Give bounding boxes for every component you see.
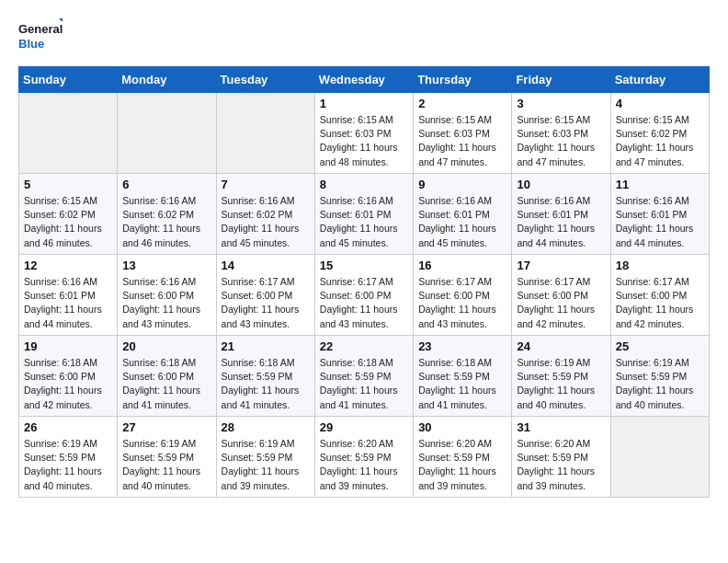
day-info: Sunrise: 6:20 AMSunset: 5:59 PMDaylight:… [517,437,605,493]
calendar-week-4: 19Sunrise: 6:18 AMSunset: 6:00 PMDayligh… [19,336,710,417]
day-number: 4 [616,97,704,110]
day-number: 26 [24,420,112,434]
calendar-cell: 28Sunrise: 6:19 AMSunset: 5:59 PMDayligh… [216,417,314,498]
day-number: 18 [616,259,704,272]
calendar-cell: 9Sunrise: 6:16 AMSunset: 6:01 PMDaylight… [414,174,512,255]
calendar-cell: 17Sunrise: 6:17 AMSunset: 6:00 PMDayligh… [512,255,610,336]
day-info: Sunrise: 6:20 AMSunset: 5:59 PMDaylight:… [320,437,408,493]
day-number: 22 [320,339,408,353]
day-number: 5 [24,178,112,191]
day-info: Sunrise: 6:18 AMSunset: 6:00 PMDaylight:… [24,356,112,412]
day-number: 24 [517,339,605,353]
day-number: 6 [122,178,210,191]
day-info: Sunrise: 6:20 AMSunset: 5:59 PMDaylight:… [418,437,506,493]
logo: General Blue [18,18,63,57]
day-info: Sunrise: 6:17 AMSunset: 6:00 PMDaylight:… [222,275,310,331]
day-number: 14 [222,259,310,272]
day-info: Sunrise: 6:16 AMSunset: 6:01 PMDaylight:… [24,275,112,331]
calendar-cell: 15Sunrise: 6:17 AMSunset: 6:00 PMDayligh… [314,255,413,336]
calendar-week-5: 26Sunrise: 6:19 AMSunset: 5:59 PMDayligh… [19,417,710,498]
calendar-cell: 13Sunrise: 6:16 AMSunset: 6:00 PMDayligh… [118,255,216,336]
calendar-cell: 22Sunrise: 6:18 AMSunset: 5:59 PMDayligh… [314,336,413,417]
calendar-cell: 8Sunrise: 6:16 AMSunset: 6:01 PMDaylight… [314,174,413,255]
day-info: Sunrise: 6:19 AMSunset: 5:59 PMDaylight:… [222,437,310,493]
day-info: Sunrise: 6:16 AMSunset: 6:00 PMDaylight:… [122,275,210,331]
day-info: Sunrise: 6:17 AMSunset: 6:00 PMDaylight:… [320,275,408,331]
day-number: 12 [24,259,112,272]
logo-icon: General Blue [18,18,63,57]
calendar-cell [19,93,118,174]
day-number: 28 [222,420,310,434]
calendar-cell [610,417,709,498]
day-info: Sunrise: 6:15 AMSunset: 6:02 PMDaylight:… [616,113,704,169]
svg-text:Blue: Blue [18,37,44,51]
day-number: 17 [517,259,605,272]
header-day-tuesday: Tuesday [216,67,314,93]
day-number: 8 [320,178,408,191]
day-info: Sunrise: 6:16 AMSunset: 6:01 PMDaylight:… [616,194,704,250]
calendar-week-3: 12Sunrise: 6:16 AMSunset: 6:01 PMDayligh… [19,255,710,336]
calendar-cell: 2Sunrise: 6:15 AMSunset: 6:03 PMDaylight… [414,93,512,174]
day-number: 11 [616,178,704,191]
calendar-cell: 5Sunrise: 6:15 AMSunset: 6:02 PMDaylight… [19,174,118,255]
day-number: 13 [122,259,210,272]
calendar-cell: 27Sunrise: 6:19 AMSunset: 5:59 PMDayligh… [118,417,216,498]
day-number: 23 [418,339,506,353]
day-number: 9 [418,178,506,191]
header-day-monday: Monday [118,67,216,93]
calendar-header-row: SundayMondayTuesdayWednesdayThursdayFrid… [19,67,710,93]
day-info: Sunrise: 6:17 AMSunset: 6:00 PMDaylight:… [517,275,605,331]
day-info: Sunrise: 6:19 AMSunset: 5:59 PMDaylight:… [122,437,210,493]
calendar-cell: 25Sunrise: 6:19 AMSunset: 5:59 PMDayligh… [610,336,709,417]
day-info: Sunrise: 6:16 AMSunset: 6:01 PMDaylight:… [418,194,506,250]
day-info: Sunrise: 6:18 AMSunset: 6:00 PMDaylight:… [122,356,210,412]
day-info: Sunrise: 6:16 AMSunset: 6:02 PMDaylight:… [122,194,210,250]
calendar-cell: 31Sunrise: 6:20 AMSunset: 5:59 PMDayligh… [512,417,610,498]
calendar-week-2: 5Sunrise: 6:15 AMSunset: 6:02 PMDaylight… [19,174,710,255]
calendar-cell: 10Sunrise: 6:16 AMSunset: 6:01 PMDayligh… [512,174,610,255]
calendar-cell: 21Sunrise: 6:18 AMSunset: 5:59 PMDayligh… [216,336,314,417]
day-info: Sunrise: 6:17 AMSunset: 6:00 PMDaylight:… [418,275,506,331]
calendar-cell: 7Sunrise: 6:16 AMSunset: 6:02 PMDaylight… [216,174,314,255]
day-info: Sunrise: 6:15 AMSunset: 6:03 PMDaylight:… [517,113,605,169]
day-number: 20 [122,339,210,353]
calendar-cell: 4Sunrise: 6:15 AMSunset: 6:02 PMDaylight… [610,93,709,174]
day-number: 15 [320,259,408,272]
calendar-cell: 12Sunrise: 6:16 AMSunset: 6:01 PMDayligh… [19,255,118,336]
calendar-cell: 26Sunrise: 6:19 AMSunset: 5:59 PMDayligh… [19,417,118,498]
day-info: Sunrise: 6:15 AMSunset: 6:02 PMDaylight:… [24,194,112,250]
day-info: Sunrise: 6:19 AMSunset: 5:59 PMDaylight:… [24,437,112,493]
day-info: Sunrise: 6:18 AMSunset: 5:59 PMDaylight:… [320,356,408,412]
calendar-cell: 6Sunrise: 6:16 AMSunset: 6:02 PMDaylight… [118,174,216,255]
header-day-friday: Friday [512,67,610,93]
day-info: Sunrise: 6:16 AMSunset: 6:01 PMDaylight:… [517,194,605,250]
calendar-cell [216,93,314,174]
calendar-cell [118,93,216,174]
day-info: Sunrise: 6:18 AMSunset: 5:59 PMDaylight:… [418,356,506,412]
calendar-table: SundayMondayTuesdayWednesdayThursdayFrid… [18,66,710,498]
day-info: Sunrise: 6:18 AMSunset: 5:59 PMDaylight:… [222,356,310,412]
day-info: Sunrise: 6:15 AMSunset: 6:03 PMDaylight:… [320,113,408,169]
day-info: Sunrise: 6:16 AMSunset: 6:01 PMDaylight:… [320,194,408,250]
day-number: 27 [122,420,210,434]
day-info: Sunrise: 6:19 AMSunset: 5:59 PMDaylight:… [517,356,605,412]
calendar-cell: 29Sunrise: 6:20 AMSunset: 5:59 PMDayligh… [314,417,413,498]
calendar-cell: 14Sunrise: 6:17 AMSunset: 6:00 PMDayligh… [216,255,314,336]
day-number: 7 [222,178,310,191]
page-header: General Blue [18,18,710,57]
day-number: 29 [320,420,408,434]
svg-text:General: General [18,22,63,36]
calendar-body: 1Sunrise: 6:15 AMSunset: 6:03 PMDaylight… [19,93,710,498]
day-info: Sunrise: 6:15 AMSunset: 6:03 PMDaylight:… [418,113,506,169]
day-number: 30 [418,420,506,434]
header-day-wednesday: Wednesday [314,67,413,93]
calendar-cell: 24Sunrise: 6:19 AMSunset: 5:59 PMDayligh… [512,336,610,417]
day-number: 1 [320,97,408,110]
day-info: Sunrise: 6:16 AMSunset: 6:02 PMDaylight:… [222,194,310,250]
logo: General Blue [18,18,63,57]
day-info: Sunrise: 6:19 AMSunset: 5:59 PMDaylight:… [616,356,704,412]
calendar-cell: 3Sunrise: 6:15 AMSunset: 6:03 PMDaylight… [512,93,610,174]
calendar-cell: 23Sunrise: 6:18 AMSunset: 5:59 PMDayligh… [414,336,512,417]
calendar-cell: 1Sunrise: 6:15 AMSunset: 6:03 PMDaylight… [314,93,413,174]
day-number: 2 [418,97,506,110]
